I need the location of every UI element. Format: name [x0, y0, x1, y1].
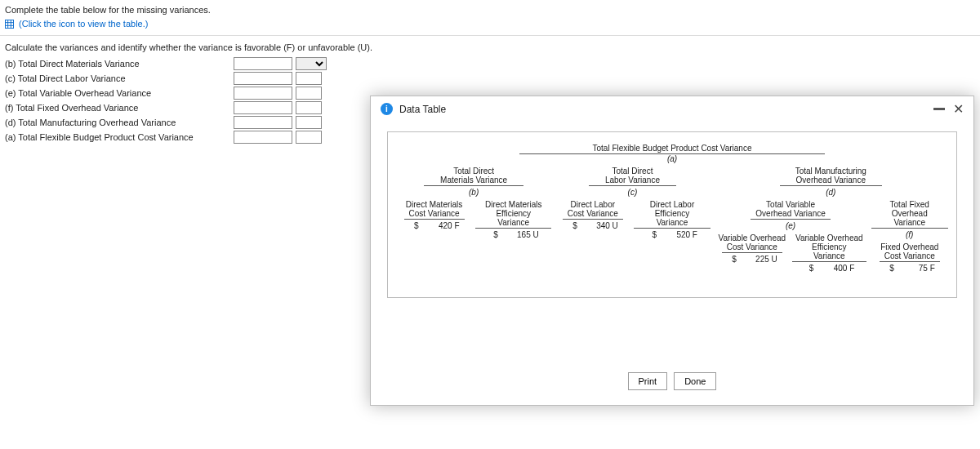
group-b-title: Total Direct Materials Variance [424, 167, 523, 186]
variance-fu-select[interactable] [296, 57, 327, 70]
group-d-title: Total Manufacturing Overhead Variance [780, 167, 882, 186]
group-c-title: Total Direct Labor Variance [589, 167, 676, 186]
group-d-letter: (d) [826, 188, 835, 197]
done-button[interactable]: Done [674, 372, 716, 390]
fo-cost-variance: Fixed Overhead Cost Variance $75 F [871, 242, 948, 273]
group-a-letter: (a) [667, 154, 677, 163]
variance-label: (d) Total Manufacturing Overhead Varianc… [5, 118, 234, 127]
variance-fu-input[interactable] [296, 116, 322, 129]
variance-amount-input[interactable] [234, 131, 292, 144]
close-icon[interactable]: ✕ [953, 104, 964, 115]
modal-footer: Print Done [371, 372, 973, 390]
vo-efficiency-variance: Variable Overhead Efficiency Variance $4… [791, 233, 867, 273]
variance-fu-input[interactable] [296, 101, 322, 114]
modal-header: i Data Table ✕ [371, 96, 973, 122]
svg-rect-0 [5, 20, 13, 29]
variance-label: (b) Total Direct Materials Variance [5, 59, 234, 69]
group-f: Total Fixed Overhead Variance (f) Fixed … [870, 200, 950, 273]
print-button[interactable]: Print [628, 372, 668, 390]
variance-row-b: (b) Total Direct Materials Variance [5, 57, 975, 70]
vo-cost-variance: Variable Overhead Cost Variance $225 U [714, 233, 791, 273]
group-c-letter: (c) [628, 188, 638, 197]
group-a-label: Total Flexible Budget Product Cost Varia… [519, 144, 826, 154]
variance-fu-input[interactable] [296, 72, 322, 85]
variance-label: (f) Total Fixed Overhead Variance [5, 103, 234, 113]
variance-amount-input[interactable] [234, 87, 292, 100]
dm-cost-variance: Direct Materials Cost Variance $420 F [394, 200, 474, 239]
variance-label: (c) Total Direct Labor Variance [5, 73, 234, 83]
instructions-block: Complete the table below for the missing… [5, 3, 975, 30]
variance-row-c: (c) Total Direct Labor Variance [5, 72, 975, 85]
group-b-letter: (b) [469, 188, 479, 197]
variance-amount-input[interactable] [234, 57, 292, 70]
minimize-icon[interactable] [933, 108, 945, 110]
variance-fu-input[interactable] [296, 87, 322, 100]
variance-amount-input[interactable] [234, 72, 292, 85]
data-table-modal: i Data Table ✕ Total Flexible Budget Pro… [370, 96, 974, 406]
table-icon[interactable] [5, 20, 14, 29]
variance-amount-input[interactable] [234, 101, 292, 114]
modal-body: Total Flexible Budget Product Cost Varia… [387, 131, 957, 298]
calc-instructions: Calculate the variances and identify whe… [5, 42, 975, 52]
group-a-header: Total Flexible Budget Product Cost Varia… [394, 144, 950, 163]
variance-label: (e) Total Variable Overhead Variance [5, 88, 234, 98]
variance-fu-input[interactable] [296, 131, 322, 144]
group-e: Total Variable Overhead Variance (e) Var… [712, 200, 870, 273]
modal-title: Data Table [399, 104, 446, 115]
separator [0, 35, 980, 36]
dl-cost-variance: Direct Labor Cost Variance $340 U [553, 200, 632, 239]
instructions-line1: Complete the table below for the missing… [5, 3, 975, 17]
dm-efficiency-variance: Direct Materials Efficiency Variance $16… [474, 200, 553, 239]
dl-efficiency-variance: Direct Labor Efficiency Variance $520 F [632, 200, 711, 239]
variance-amount-input[interactable] [234, 116, 292, 129]
info-icon: i [381, 103, 393, 115]
variance-label: (a) Total Flexible Budget Product Cost V… [5, 132, 234, 142]
view-table-link[interactable]: (Click the icon to view the table.) [19, 19, 148, 29]
